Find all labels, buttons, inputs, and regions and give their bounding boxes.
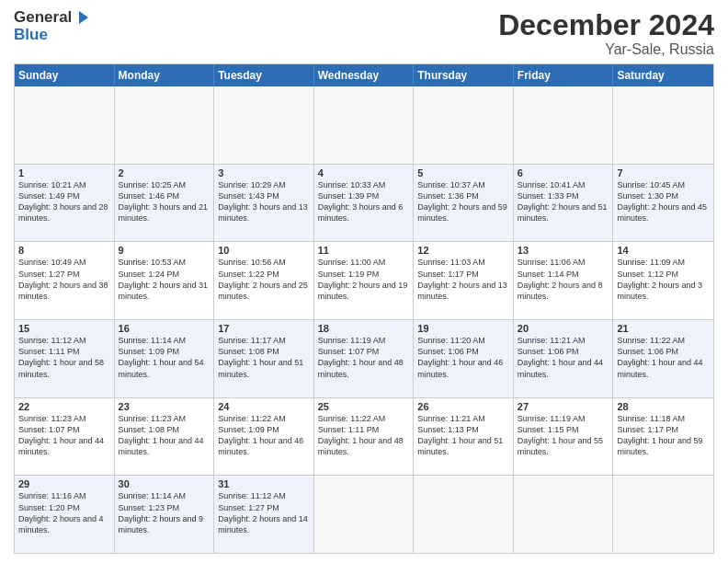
location-title: Yar-Sale, Russia — [498, 41, 714, 58]
cal-cell-day-1: 1Sunrise: 10:21 AM Sunset: 1:49 PM Dayli… — [15, 165, 115, 242]
month-title: December 2024 — [498, 9, 714, 41]
day-number: 24 — [218, 401, 310, 412]
cell-info: Sunrise: 11:19 AM Sunset: 1:07 PM Daylig… — [318, 335, 410, 380]
day-number: 12 — [417, 245, 509, 256]
day-number: 9 — [119, 245, 210, 256]
cal-header-monday: Monday — [115, 64, 215, 86]
day-number: 6 — [518, 167, 609, 178]
cell-info: Sunrise: 11:22 AM Sunset: 1:06 PM Daylig… — [617, 335, 710, 380]
cal-cell-empty — [414, 476, 514, 553]
cal-cell-day-9: 9Sunrise: 10:53 AM Sunset: 1:24 PM Dayli… — [115, 242, 215, 319]
day-number: 29 — [18, 478, 110, 489]
cal-cell-day-23: 23Sunrise: 11:23 AM Sunset: 1:08 PM Dayl… — [115, 398, 215, 476]
cal-cell-day-6: 6Sunrise: 10:41 AM Sunset: 1:33 PM Dayli… — [514, 165, 614, 242]
day-number: 26 — [417, 401, 509, 412]
cell-info: Sunrise: 11:16 AM Sunset: 1:20 PM Daylig… — [18, 490, 110, 535]
calendar: SundayMondayTuesdayWednesdayThursdayFrid… — [14, 63, 714, 554]
cell-info: Sunrise: 10:21 AM Sunset: 1:49 PM Daylig… — [18, 179, 110, 224]
cal-cell-day-11: 11Sunrise: 11:00 AM Sunset: 1:19 PM Dayl… — [314, 242, 415, 319]
calendar-body: 1Sunrise: 10:21 AM Sunset: 1:49 PM Dayli… — [15, 86, 713, 553]
day-number: 22 — [18, 401, 110, 412]
cal-week-0 — [15, 86, 713, 164]
day-number: 1 — [18, 167, 110, 178]
day-number: 30 — [119, 478, 210, 489]
cal-cell-day-18: 18Sunrise: 11:19 AM Sunset: 1:07 PM Dayl… — [314, 320, 415, 397]
cal-cell-day-31: 31Sunrise: 11:12 AM Sunset: 1:27 PM Dayl… — [214, 476, 314, 553]
cal-cell-day-13: 13Sunrise: 11:06 AM Sunset: 1:14 PM Dayl… — [514, 242, 614, 319]
day-number: 23 — [119, 401, 210, 412]
cal-cell-empty — [414, 86, 514, 164]
cell-info: Sunrise: 11:21 AM Sunset: 1:13 PM Daylig… — [417, 413, 509, 458]
cal-cell-empty — [15, 86, 115, 164]
cell-info: Sunrise: 11:23 AM Sunset: 1:07 PM Daylig… — [18, 413, 110, 458]
day-number: 5 — [417, 167, 509, 178]
cal-cell-day-16: 16Sunrise: 11:14 AM Sunset: 1:09 PM Dayl… — [115, 320, 215, 397]
logo-blue: Blue — [14, 27, 90, 44]
cell-info: Sunrise: 11:23 AM Sunset: 1:08 PM Daylig… — [119, 413, 210, 458]
cal-cell-day-4: 4Sunrise: 10:33 AM Sunset: 1:39 PM Dayli… — [314, 165, 415, 242]
day-number: 19 — [417, 323, 509, 334]
cell-info: Sunrise: 10:53 AM Sunset: 1:24 PM Daylig… — [119, 257, 210, 302]
cal-cell-day-17: 17Sunrise: 11:17 AM Sunset: 1:08 PM Dayl… — [214, 320, 314, 397]
cal-header-friday: Friday — [514, 64, 614, 86]
cal-cell-day-27: 27Sunrise: 11:19 AM Sunset: 1:15 PM Dayl… — [514, 398, 614, 476]
cal-cell-day-25: 25Sunrise: 11:22 AM Sunset: 1:11 PM Dayl… — [314, 398, 415, 476]
cell-info: Sunrise: 10:56 AM Sunset: 1:22 PM Daylig… — [218, 257, 310, 302]
cell-info: Sunrise: 10:41 AM Sunset: 1:33 PM Daylig… — [518, 179, 609, 224]
day-number: 28 — [617, 401, 710, 412]
cell-info: Sunrise: 11:18 AM Sunset: 1:17 PM Daylig… — [617, 413, 710, 458]
cell-info: Sunrise: 10:49 AM Sunset: 1:27 PM Daylig… — [18, 257, 110, 302]
cell-info: Sunrise: 11:22 AM Sunset: 1:09 PM Daylig… — [218, 413, 310, 458]
cal-cell-empty — [314, 476, 415, 553]
cal-cell-day-20: 20Sunrise: 11:21 AM Sunset: 1:06 PM Dayl… — [514, 320, 614, 397]
cal-cell-day-19: 19Sunrise: 11:20 AM Sunset: 1:06 PM Dayl… — [414, 320, 514, 397]
cal-cell-empty — [514, 86, 614, 164]
day-number: 18 — [318, 323, 410, 334]
cell-info: Sunrise: 10:37 AM Sunset: 1:36 PM Daylig… — [417, 179, 509, 224]
cal-cell-day-30: 30Sunrise: 11:14 AM Sunset: 1:23 PM Dayl… — [115, 476, 215, 553]
logo-general: General — [14, 9, 72, 27]
day-number: 2 — [119, 167, 210, 178]
cal-cell-day-15: 15Sunrise: 11:12 AM Sunset: 1:11 PM Dayl… — [15, 320, 115, 397]
cell-info: Sunrise: 11:20 AM Sunset: 1:06 PM Daylig… — [417, 335, 509, 380]
cal-cell-day-2: 2Sunrise: 10:25 AM Sunset: 1:46 PM Dayli… — [115, 165, 215, 242]
cell-info: Sunrise: 11:03 AM Sunset: 1:17 PM Daylig… — [417, 257, 509, 302]
day-number: 14 — [617, 245, 710, 256]
day-number: 20 — [518, 323, 609, 334]
cell-info: Sunrise: 11:12 AM Sunset: 1:11 PM Daylig… — [18, 335, 110, 380]
cell-info: Sunrise: 11:06 AM Sunset: 1:14 PM Daylig… — [518, 257, 609, 302]
cell-info: Sunrise: 11:09 AM Sunset: 1:12 PM Daylig… — [617, 257, 710, 302]
cal-cell-empty — [314, 86, 415, 164]
cal-cell-empty — [613, 86, 713, 164]
cal-cell-day-26: 26Sunrise: 11:21 AM Sunset: 1:13 PM Dayl… — [414, 398, 514, 476]
cal-cell-day-29: 29Sunrise: 11:16 AM Sunset: 1:20 PM Dayl… — [15, 476, 115, 553]
cell-info: Sunrise: 10:45 AM Sunset: 1:30 PM Daylig… — [617, 179, 710, 224]
cal-cell-empty — [514, 476, 614, 553]
cell-info: Sunrise: 11:17 AM Sunset: 1:08 PM Daylig… — [218, 335, 310, 380]
svg-marker-0 — [79, 11, 88, 24]
day-number: 17 — [218, 323, 310, 334]
cal-week-1: 1Sunrise: 10:21 AM Sunset: 1:49 PM Dayli… — [15, 164, 713, 242]
cell-info: Sunrise: 11:19 AM Sunset: 1:15 PM Daylig… — [518, 413, 609, 458]
cal-cell-day-3: 3Sunrise: 10:29 AM Sunset: 1:43 PM Dayli… — [214, 165, 314, 242]
cal-header-wednesday: Wednesday — [314, 64, 415, 86]
cal-header-saturday: Saturday — [613, 64, 713, 86]
cal-cell-day-21: 21Sunrise: 11:22 AM Sunset: 1:06 PM Dayl… — [613, 320, 713, 397]
cal-header-tuesday: Tuesday — [214, 64, 314, 86]
cal-cell-day-8: 8Sunrise: 10:49 AM Sunset: 1:27 PM Dayli… — [15, 242, 115, 319]
cell-info: Sunrise: 10:25 AM Sunset: 1:46 PM Daylig… — [119, 179, 210, 224]
cell-info: Sunrise: 10:33 AM Sunset: 1:39 PM Daylig… — [318, 179, 410, 224]
cell-info: Sunrise: 11:14 AM Sunset: 1:09 PM Daylig… — [119, 335, 210, 380]
cal-cell-day-5: 5Sunrise: 10:37 AM Sunset: 1:36 PM Dayli… — [414, 165, 514, 242]
calendar-header-row: SundayMondayTuesdayWednesdayThursdayFrid… — [15, 64, 713, 86]
page: General Blue December 2024 Yar-Sale, Rus… — [0, 0, 728, 563]
cal-cell-empty — [115, 86, 215, 164]
cal-cell-day-28: 28Sunrise: 11:18 AM Sunset: 1:17 PM Dayl… — [613, 398, 713, 476]
logo-arrow-icon — [74, 9, 90, 26]
cell-info: Sunrise: 11:21 AM Sunset: 1:06 PM Daylig… — [518, 335, 609, 380]
logo: General Blue — [14, 9, 90, 43]
cal-week-4: 22Sunrise: 11:23 AM Sunset: 1:07 PM Dayl… — [15, 397, 713, 476]
cal-week-3: 15Sunrise: 11:12 AM Sunset: 1:11 PM Dayl… — [15, 319, 713, 397]
day-number: 7 — [617, 167, 710, 178]
cal-cell-day-12: 12Sunrise: 11:03 AM Sunset: 1:17 PM Dayl… — [414, 242, 514, 319]
